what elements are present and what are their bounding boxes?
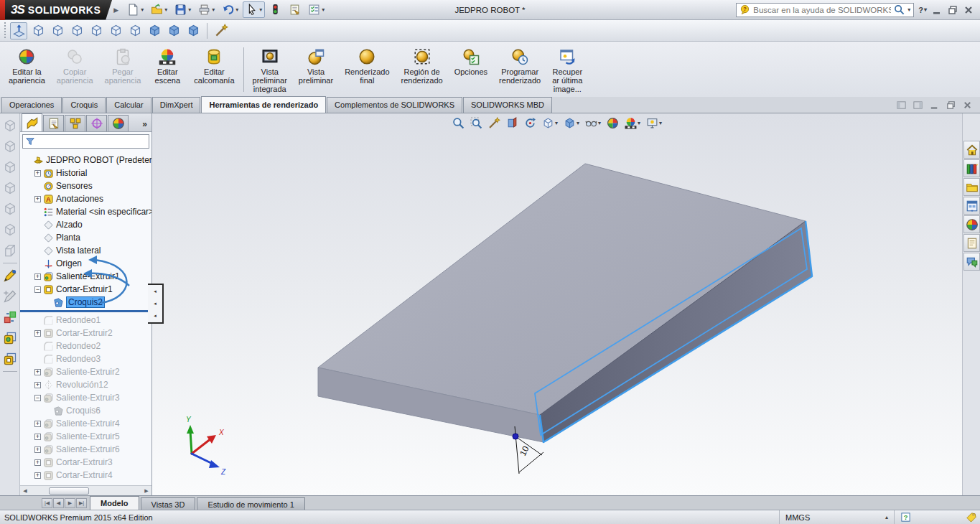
standard-view-1-button[interactable] <box>1 117 19 134</box>
edit-appearance-hud-button[interactable] <box>605 116 620 130</box>
expander-icon[interactable]: − <box>34 286 41 293</box>
copy-appearance-button[interactable]: Copiar apariencia <box>52 44 98 95</box>
tree-item-saliente-extruir2[interactable]: +Saliente-Extruir2 <box>23 365 151 378</box>
modelo-tab[interactable]: Modelo <box>90 496 139 510</box>
expander-icon[interactable]: − <box>34 395 41 401</box>
propertymanager-tab[interactable] <box>43 115 64 131</box>
tree-item-sensores[interactable]: Sensores <box>23 179 151 192</box>
sketch-vertex-point[interactable] <box>513 434 518 439</box>
recall-last-image-button[interactable]: Recuper ar última image... <box>547 44 587 95</box>
rotate-view-button[interactable] <box>523 116 538 130</box>
file-properties-button[interactable] <box>286 1 304 18</box>
model-scene[interactable]: 10 Y X Z <box>152 113 962 495</box>
tree-item-croquis6[interactable]: Croquis6 <box>23 404 151 417</box>
expander-icon[interactable]: + <box>34 196 41 202</box>
tree-item-alzado[interactable]: Alzado <box>23 218 151 231</box>
split-pane-left-button[interactable] <box>896 100 907 111</box>
view-orientation-button[interactable] <box>10 22 27 39</box>
section-view-button[interactable] <box>505 116 520 130</box>
view-left-button[interactable] <box>68 22 85 39</box>
display-style-dropdown[interactable]: ▾ <box>562 116 581 130</box>
view-trimetric-button[interactable] <box>165 22 182 39</box>
view-bottom-button[interactable] <box>126 22 144 39</box>
dimxpertmanager-tab[interactable] <box>86 115 107 131</box>
insert-boss-button[interactable] <box>1 329 19 347</box>
tab-herramientas-de-renderizado[interactable]: Herramientas de renderizado <box>201 96 326 113</box>
tree-item-historial[interactable]: +Historial <box>23 167 151 179</box>
render-options-button[interactable]: Opciones <box>449 44 493 95</box>
view-orientation-dropdown[interactable]: ▾ <box>541 116 559 130</box>
tree-item-origen[interactable]: Origen <box>23 257 151 270</box>
tree-item-redondeo3[interactable]: Redondeo3 <box>23 352 151 365</box>
tree-item-revolucion12[interactable]: +Revolución12 <box>23 378 151 391</box>
dropdown-caret-icon[interactable]: ▾ <box>212 6 215 13</box>
final-render-button[interactable]: Renderizado final <box>340 44 394 95</box>
magic-wand-button[interactable] <box>213 22 230 39</box>
new-document-button[interactable]: ▾ <box>124 1 146 18</box>
expander-icon[interactable]: + <box>34 382 41 388</box>
tree-item-redondeo2[interactable]: Redondeo2 <box>23 340 151 352</box>
displaymanager-tab[interactable] <box>108 115 129 131</box>
expander-icon[interactable]: + <box>34 170 41 177</box>
configurationmanager-tab[interactable] <box>65 115 85 131</box>
tab-operaciones[interactable]: Operaciones <box>1 97 62 113</box>
estudio-movimiento-tab[interactable]: Estudio de movimiento 1 <box>197 497 304 510</box>
tags-button[interactable] <box>960 510 980 524</box>
tree-item-material[interactable]: Material <sin especificar> <box>23 205 151 218</box>
integrated-preview-button[interactable]: Vista preliminar integrada <box>248 44 292 95</box>
restore-button[interactable] <box>947 4 958 16</box>
standard-view-7-button[interactable] <box>1 242 19 259</box>
expander-icon[interactable]: + <box>34 472 41 479</box>
insert-cut-button[interactable] <box>1 350 19 368</box>
standard-view-4-button[interactable] <box>1 179 19 197</box>
open-button[interactable]: ▾ <box>148 1 170 18</box>
split-pane-right-button[interactable] <box>913 100 923 111</box>
tree-item-root[interactable]: JEDPRO ROBOT (Predetermina <box>23 154 151 167</box>
interference-button[interactable] <box>266 1 284 18</box>
vistas-3d-tab[interactable]: Vistas 3D <box>141 497 196 510</box>
help-button[interactable]: ?▾ <box>918 6 927 14</box>
doc-restore-button[interactable] <box>946 100 956 111</box>
tree-item-redondeo1[interactable]: Redondeo1 <box>23 314 151 327</box>
tree-item-cortar-extruir1[interactable]: −Cortar-Extruir1 <box>23 283 151 296</box>
previous-view-button[interactable] <box>487 116 502 130</box>
view-settings-dropdown[interactable]: ▾ <box>645 116 663 130</box>
edit-appearance-button[interactable]: Editar la apariencia <box>4 44 50 95</box>
dropdown-caret-icon[interactable]: ▾ <box>322 6 325 13</box>
print-button[interactable]: ▾ <box>195 1 218 18</box>
expander-icon[interactable]: + <box>34 369 41 375</box>
tree-item-saliente-extruir3[interactable]: −Saliente-Extruir3 <box>23 391 151 404</box>
tree-item-saliente-extruir5[interactable]: +Saliente-Extruir5 <box>23 430 151 443</box>
forum-tab[interactable] <box>963 253 980 271</box>
manager-overflow-chevron[interactable]: » <box>139 119 150 131</box>
view-isometric-button[interactable] <box>146 22 163 39</box>
scroll-left-icon[interactable]: ◀ <box>20 486 30 495</box>
tree-item-cortar-extruir4[interactable]: +Cortar-Extruir4 <box>23 469 151 482</box>
expander-icon[interactable]: + <box>34 421 41 427</box>
appearances-scenes-tab[interactable] <box>963 215 980 233</box>
schedule-render-button[interactable]: Programar renderizado <box>494 44 546 95</box>
tree-filter-input[interactable] <box>37 137 146 146</box>
close-button[interactable] <box>963 4 974 16</box>
view-front-button[interactable] <box>29 22 47 39</box>
search-input[interactable] <box>753 6 891 14</box>
units-selector[interactable]: MMGS ▴ <box>779 510 894 524</box>
apply-scene-dropdown[interactable]: ▾ <box>623 116 642 130</box>
view-dimetric-button[interactable] <box>185 22 202 39</box>
standard-view-5-button[interactable] <box>1 200 19 217</box>
scroll-right-icon[interactable]: ▶ <box>141 486 151 495</box>
solidworks-resources-tab[interactable] <box>963 141 980 159</box>
tree-item-vista-lateral[interactable]: Vista lateral <box>23 244 151 257</box>
graphics-viewport[interactable]: ▾▾▾▾▾ 10 <box>152 113 962 495</box>
quick-tips-toggle[interactable]: ? <box>894 510 917 524</box>
tab-dimxpert[interactable]: DimXpert <box>152 97 201 113</box>
custom-properties-tab[interactable] <box>963 234 980 252</box>
reference-triad[interactable]: Y X Z <box>186 416 226 476</box>
save-button[interactable]: ▾ <box>172 1 194 18</box>
standard-view-2-button[interactable] <box>1 138 19 155</box>
dropdown-caret-icon[interactable]: ▾ <box>188 6 191 13</box>
file-explorer-tab[interactable] <box>963 178 980 196</box>
zoom-to-area-button[interactable] <box>469 116 484 130</box>
expander-icon[interactable]: + <box>34 434 41 440</box>
rollback-bar[interactable] <box>20 310 151 312</box>
